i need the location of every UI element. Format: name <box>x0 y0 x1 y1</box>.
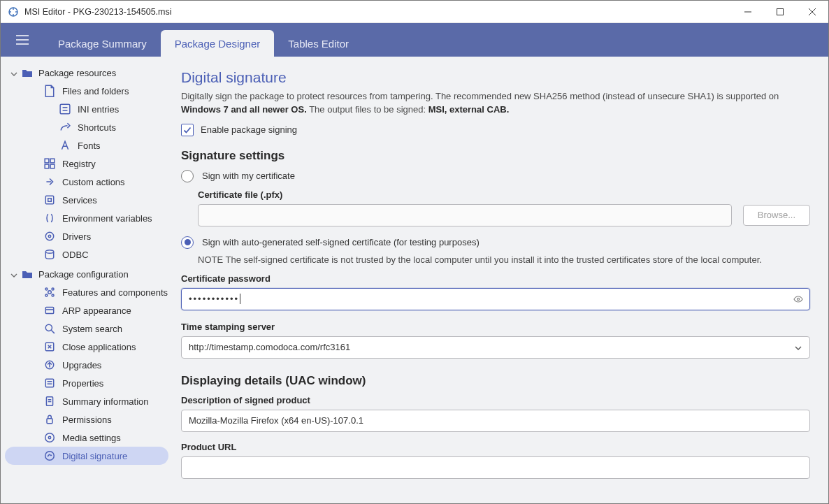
svg-rect-2 <box>777 8 784 15</box>
button-label: Browse... <box>758 210 795 220</box>
upgrade-icon <box>44 359 55 370</box>
sidebar-item-drivers[interactable]: Drivers <box>5 227 168 245</box>
tree-group-label: Package resources <box>38 68 116 78</box>
section-uac-details: Displaying details (UAC window) <box>181 374 810 388</box>
sidebar-item-label: Permissions <box>62 415 112 425</box>
cert-file-input[interactable] <box>198 204 732 226</box>
svg-point-23 <box>45 294 48 296</box>
minimize-button[interactable] <box>732 1 764 23</box>
chevron-down-icon <box>794 344 802 354</box>
service-icon <box>44 194 55 206</box>
timestamp-server-combo[interactable]: http://timestamp.comodoca.com/rfc3161 <box>181 336 810 359</box>
tab-package-designer[interactable]: Package Designer <box>161 30 275 57</box>
radio-label: Sign with my certificate <box>202 171 295 181</box>
sidebar-item-label: System search <box>62 324 122 334</box>
sidebar-item-close-apps[interactable]: Close applications <box>5 338 168 356</box>
file-icon <box>44 85 55 96</box>
media-icon <box>44 432 55 443</box>
action-icon <box>44 176 55 187</box>
svg-rect-39 <box>47 419 52 424</box>
sidebar-item-label: Close applications <box>62 342 136 352</box>
radio-my-certificate[interactable]: Sign with my certificate <box>181 170 810 182</box>
chevron-down-icon <box>10 69 17 76</box>
sidebar-item-upgrades[interactable]: Upgrades <box>5 356 168 374</box>
sidebar-item-properties[interactable]: Properties <box>5 374 168 392</box>
tree-group-resources[interactable]: Package resources <box>2 64 171 82</box>
sidebar-item-env-vars[interactable]: Environment variables <box>5 209 168 227</box>
page-title: Digital signature <box>181 69 810 86</box>
titlebar: MSI Editor - PKG-230213-154505.msi <box>1 1 828 23</box>
sidebar-item-digital-signature[interactable]: Digital signature <box>5 447 168 465</box>
combo-value: http://timestamp.comodoca.com/rfc3161 <box>189 342 350 352</box>
sidebar-item-label: Files and folders <box>62 86 129 96</box>
svg-point-20 <box>48 291 52 294</box>
svg-rect-25 <box>45 307 53 313</box>
svg-point-43 <box>797 298 799 300</box>
checkbox-checked-icon <box>181 124 194 136</box>
enable-signing-checkbox-row[interactable]: Enable package signing <box>181 124 810 136</box>
menu-button[interactable] <box>6 23 38 57</box>
sidebar-item-services[interactable]: Services <box>5 191 168 209</box>
sidebar-item-label: INI entries <box>78 104 119 115</box>
svg-rect-8 <box>60 104 70 114</box>
svg-point-24 <box>52 294 54 296</box>
sidebar-item-label: Media settings <box>62 433 121 443</box>
tree-group-configuration[interactable]: Package configuration <box>2 265 171 283</box>
input-value: Mozilla-Mozilla Firefox (x64 en-US)-107.… <box>189 415 363 426</box>
sidebar-item-odbc[interactable]: ODBC <box>5 245 168 264</box>
search-icon <box>44 323 55 334</box>
env-icon <box>44 213 55 224</box>
top-navbar: Package Summary Package Designer Tables … <box>1 23 828 57</box>
sidebar-item-fonts[interactable]: Fonts <box>5 136 168 154</box>
odbc-icon <box>44 249 55 260</box>
svg-line-28 <box>51 330 55 333</box>
folder-icon <box>22 68 33 78</box>
radio-unselected-icon <box>181 170 194 182</box>
sidebar-item-shortcuts[interactable]: Shortcuts <box>5 118 168 136</box>
desc-bold: Windows 7 and all newer OS. <box>181 104 307 115</box>
driver-icon <box>44 231 55 242</box>
sidebar-item-summary-info[interactable]: Summary information <box>5 392 168 410</box>
tab-package-summary[interactable]: Package Summary <box>44 30 161 57</box>
page-description: Digitally sign the package to protect re… <box>181 90 810 117</box>
features-icon <box>44 287 55 298</box>
sidebar-item-custom-actions[interactable]: Custom actions <box>5 173 168 191</box>
cert-file-label: Certificate file (.pfx) <box>198 189 810 200</box>
radio-self-signed[interactable]: Sign with auto-generated self-signed cer… <box>181 236 810 249</box>
sidebar-item-arp[interactable]: ARP appearance <box>5 301 168 319</box>
cert-password-input[interactable]: ••••••••••• <box>181 288 810 310</box>
sidebar-item-media[interactable]: Media settings <box>5 429 168 447</box>
svg-point-42 <box>45 452 55 461</box>
svg-point-21 <box>45 288 48 290</box>
text-caret <box>240 294 240 304</box>
desc-text: The output files to be signed: <box>307 104 428 115</box>
sidebar-item-registry[interactable]: Registry <box>5 154 168 173</box>
sidebar-item-label: Services <box>62 195 97 206</box>
svg-rect-14 <box>50 164 55 168</box>
sidebar-item-files-folders[interactable]: Files and folders <box>5 82 168 100</box>
registry-icon <box>44 158 55 169</box>
sidebar-item-permissions[interactable]: Permissions <box>5 410 168 429</box>
ini-icon <box>59 103 71 115</box>
product-url-label: Product URL <box>181 442 810 452</box>
sidebar-item-features[interactable]: Features and components <box>5 283 168 301</box>
close-button[interactable] <box>796 1 828 23</box>
svg-point-41 <box>48 436 50 438</box>
signed-desc-label: Description of signed product <box>181 395 810 405</box>
signed-desc-input[interactable]: Mozilla-Mozilla Firefox (x64 en-US)-107.… <box>181 410 810 432</box>
tree-group-label: Package configuration <box>38 269 129 280</box>
product-url-input[interactable] <box>181 456 810 479</box>
tab-tables-editor[interactable]: Tables Editor <box>274 30 363 57</box>
sidebar-item-ini[interactable]: INI entries <box>5 100 168 118</box>
svg-rect-13 <box>45 164 49 168</box>
sidebar-item-system-search[interactable]: System search <box>5 319 168 338</box>
desc-bold: MSI, external CAB. <box>428 104 510 115</box>
permissions-icon <box>44 414 55 425</box>
svg-point-17 <box>45 232 53 240</box>
signature-icon <box>44 450 55 461</box>
browse-button[interactable]: Browse... <box>743 205 810 226</box>
reveal-password-icon[interactable] <box>793 294 804 307</box>
sidebar-item-label: Registry <box>62 159 96 169</box>
maximize-button[interactable] <box>764 1 796 23</box>
svg-rect-16 <box>48 199 52 202</box>
